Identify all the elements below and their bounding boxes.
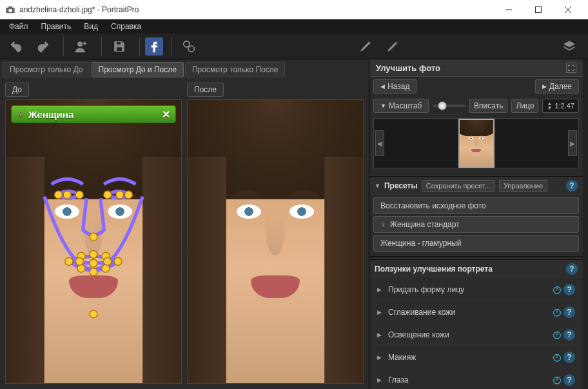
svg-point-5	[188, 46, 194, 52]
slider-knob[interactable]	[438, 101, 447, 110]
help-icon[interactable]: ?	[564, 306, 575, 318]
redo-button[interactable]	[31, 36, 55, 57]
sliders-title: Ползунки улучшения портрета	[375, 264, 493, 274]
panel-title: Улучшить фото	[376, 63, 440, 73]
female-icon: ♀	[380, 220, 386, 229]
presets-section: ▼ Пресеты Сохранить пресет... Управление…	[369, 176, 583, 257]
preset-female-standard[interactable]: ♀Женщина стандарт	[373, 216, 579, 233]
close-button[interactable]	[553, 0, 583, 19]
help-icon[interactable]: ?	[564, 352, 575, 363]
slider-label: Макияж	[388, 353, 547, 362]
zoom-row: ▼Масштаб Вписать Лицо ▲▼ 1:2.47	[369, 96, 583, 115]
scale-dropdown[interactable]: ▼Масштаб	[373, 99, 429, 113]
manage-presets-button[interactable]: Управление	[499, 180, 547, 192]
help-icon[interactable]: ?	[566, 180, 578, 192]
panel-expand-icon[interactable]: ⛶	[566, 63, 576, 73]
label-before: До	[5, 83, 29, 97]
menu-file[interactable]: Файл	[4, 21, 34, 32]
save-preset-button[interactable]: Сохранить пресет...	[422, 180, 495, 192]
layers-button[interactable]	[557, 36, 582, 57]
view-after: После	[187, 83, 364, 384]
zoom-down-icon[interactable]: ▼	[547, 106, 552, 110]
minimize-button[interactable]	[494, 0, 524, 19]
brush-remove-button[interactable]	[380, 36, 405, 57]
power-icon[interactable]	[551, 306, 564, 319]
svg-point-1	[78, 41, 83, 46]
help-icon[interactable]: ?	[564, 284, 575, 295]
svg-rect-2	[116, 41, 121, 45]
presets-title: Пресеты	[384, 181, 418, 190]
face-thumbnail[interactable]	[458, 119, 495, 168]
menu-bar: Файл Править Вид Справка	[0, 19, 588, 34]
slider-eyes[interactable]: ▶Глаза?	[372, 370, 580, 389]
gender-badge[interactable]: ♀ Женщина ✕	[11, 105, 176, 123]
slider-face-shape[interactable]: ▶Придать форму лицу?	[372, 279, 580, 301]
content: Просмотр только До Просмотр До и После П…	[0, 59, 588, 389]
slider-makeup[interactable]: ▶Макияж?	[372, 347, 580, 368]
slider-label: Сглаживание кожи	[388, 308, 547, 317]
maximize-button[interactable]	[524, 0, 553, 19]
right-panel: Улучшить фото ⛶ ◀Назад ▶Далее ▼Масштаб В…	[369, 59, 583, 389]
triangle-right-icon: ▶	[542, 83, 547, 90]
tab-before-after[interactable]: Просмотр До и После	[92, 62, 184, 77]
presets-header[interactable]: ▼ Пресеты Сохранить пресет... Управление…	[369, 177, 583, 195]
sliders-section: Ползунки улучшения портрета ? ▶Придать ф…	[369, 259, 583, 389]
preset-list: Восстановить исходное фото ♀Женщина стан…	[369, 195, 583, 256]
gender-close-icon[interactable]: ✕	[162, 108, 170, 121]
help-icon[interactable]: ?	[566, 263, 578, 275]
titlebar: andzhelina-dzholi.jpg* - PortraitPro	[0, 0, 588, 19]
slider-label: Придать форму лицу	[388, 285, 547, 294]
window-title: andzhelina-dzholi.jpg* - PortraitPro	[19, 5, 494, 14]
help-icon[interactable]: ?	[564, 374, 575, 386]
face-button[interactable]: Лицо	[511, 99, 538, 113]
female-icon: ♀	[17, 108, 24, 120]
undo-button[interactable]	[4, 36, 28, 57]
clone-tool-button[interactable]	[177, 36, 201, 57]
triangle-right-icon: ▶	[377, 309, 382, 315]
tab-before-only[interactable]: Просмотр только До	[3, 62, 90, 77]
triangle-down-icon: ▼	[375, 183, 380, 189]
zoom-slider[interactable]	[433, 105, 466, 107]
thumb-prev-button[interactable]: ◀	[375, 130, 384, 156]
power-icon[interactable]	[551, 283, 564, 296]
image-before[interactable]: ♀ Женщина ✕	[5, 99, 182, 384]
next-button[interactable]: ▶Далее	[535, 79, 579, 94]
slider-skin-smooth[interactable]: ▶Сглаживание кожи?	[372, 302, 580, 323]
preset-restore[interactable]: Восстановить исходное фото	[373, 197, 579, 214]
thumb-next-button[interactable]: ▶	[568, 130, 577, 156]
window-controls	[494, 0, 583, 19]
sliders-header: Ползунки улучшения портрета ?	[369, 260, 583, 278]
next-label: Далее	[549, 82, 572, 91]
slider-skin-light[interactable]: ▶Освещение кожи?	[372, 324, 580, 346]
triangle-left-icon: ◀	[380, 83, 385, 90]
power-icon[interactable]	[551, 351, 564, 364]
view-tabs: Просмотр только До Просмотр До и После П…	[0, 59, 369, 77]
facebook-button[interactable]	[145, 37, 163, 55]
menu-view[interactable]: Вид	[79, 21, 103, 32]
help-icon[interactable]: ?	[564, 329, 575, 341]
back-button[interactable]: ◀Назад	[373, 79, 416, 94]
slider-label: Освещение кожи	[388, 330, 547, 339]
save-button[interactable]	[107, 36, 132, 57]
fit-button[interactable]: Вписать	[469, 99, 507, 113]
triangle-right-icon: ▶	[377, 332, 382, 338]
label-after: После	[187, 83, 224, 97]
menu-edit[interactable]: Править	[36, 21, 77, 32]
preset-label: Женщина стандарт	[390, 220, 460, 229]
toolbar	[0, 34, 588, 59]
power-icon[interactable]	[551, 374, 564, 386]
add-person-button[interactable]	[69, 36, 93, 57]
image-after[interactable]	[187, 99, 364, 384]
scrollbar[interactable]	[583, 59, 588, 389]
slider-groups: ▶Придать форму лицу? ▶Сглаживание кожи? …	[369, 278, 583, 389]
svg-rect-3	[116, 46, 122, 50]
tab-after-only[interactable]: Просмотр только После	[185, 62, 286, 77]
preset-female-glamour[interactable]: Женщина - гламурный	[373, 235, 579, 252]
brush-add-button[interactable]	[353, 36, 378, 57]
triangle-right-icon: ▶	[377, 354, 382, 361]
zoom-ratio[interactable]: ▲▼ 1:2.47	[542, 99, 579, 113]
svg-rect-0	[536, 6, 542, 12]
triangle-down-icon: ▼	[380, 103, 386, 109]
menu-help[interactable]: Справка	[106, 21, 146, 32]
power-icon[interactable]	[551, 328, 564, 341]
